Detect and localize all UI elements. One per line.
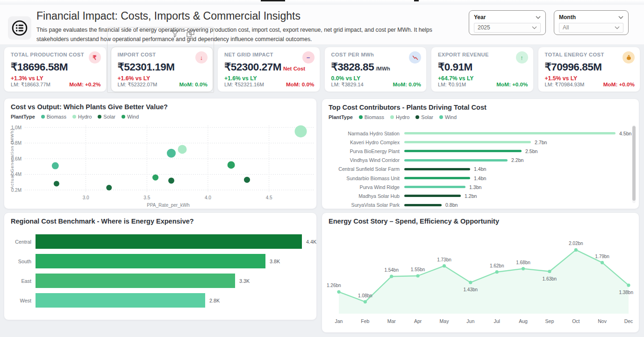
- scatter-point-solar[interactable]: [244, 177, 250, 183]
- regional-bar-south[interactable]: [36, 254, 265, 268]
- regional-chart-card: Regional Cost Benchmark - Where is Energ…: [4, 212, 317, 320]
- line-point-jul[interactable]: [495, 270, 499, 274]
- line-point-nov[interactable]: [601, 261, 604, 264]
- kpi-last-month: LM: ₹52322.07M: [118, 82, 157, 88]
- contrib-label: SuryaVista Solar Park: [329, 202, 404, 208]
- kpi-card-import-cost: IMPORT COST↓₹52301.19M+1.6% vs LYLM: ₹52…: [111, 47, 214, 92]
- scrollbar-track[interactable]: [632, 125, 636, 203]
- kpi-last-month: LM: ₹70984.93M: [545, 82, 585, 88]
- legend-item-biomass[interactable]: Biomass: [359, 114, 384, 120]
- regional-bar-west[interactable]: [36, 293, 205, 308]
- scatter-plot: 1.0M0.8M0.6M0.4M0.2M3.03.54.04.5PPA_Rate…: [7, 125, 315, 210]
- chevron-down-icon: [615, 24, 620, 31]
- line-point-mar[interactable]: [390, 275, 393, 278]
- contrib-value: 4.5bn: [619, 131, 632, 136]
- year-dropdown[interactable]: 2025: [474, 23, 541, 33]
- scatter-point-solar[interactable]: [54, 181, 59, 187]
- legend-item-wind[interactable]: Wind: [122, 114, 139, 119]
- svg-text:3.5: 3.5: [143, 195, 150, 200]
- line-point-jun[interactable]: [469, 281, 472, 284]
- line-point-aug[interactable]: [522, 267, 525, 270]
- svg-text:Dec: Dec: [624, 318, 633, 324]
- contrib-bar-suryavista-solar-park[interactable]: [404, 204, 442, 206]
- scrollbar-thumb[interactable]: [632, 126, 636, 201]
- regional-bar-east[interactable]: [36, 274, 235, 288]
- svg-text:Feb: Feb: [361, 318, 369, 324]
- contrib-label: Vindhya Wind Corridor: [329, 157, 404, 163]
- line-point-may[interactable]: [443, 264, 446, 267]
- svg-text:1.79bn: 1.79bn: [595, 254, 609, 259]
- kpi-title: COST PER MWh: [331, 52, 420, 57]
- svg-text:Mar: Mar: [387, 318, 396, 324]
- svg-text:Jun: Jun: [466, 318, 474, 324]
- kpi-delta-vs-ly: +1.6% vs LY: [224, 75, 313, 82]
- svg-text:1.68bn: 1.68bn: [516, 260, 530, 265]
- kpi-value-suffix: /MWh: [376, 66, 390, 71]
- legend-item-hydro[interactable]: Hydro: [390, 114, 409, 120]
- regional-label: West: [11, 298, 36, 303]
- month-dropdown[interactable]: All: [559, 23, 623, 33]
- scatter-point-solar[interactable]: [106, 185, 112, 190]
- line-point-apr[interactable]: [416, 274, 420, 277]
- contrib-bar-purva-wind-ridge[interactable]: [404, 186, 465, 188]
- regional-bars: Central4.4KSouth3.8KEast3.3KWest2.8K: [11, 234, 312, 313]
- line-point-jan[interactable]: [337, 290, 340, 294]
- kpi-last-month: LM: ₹18663.77M: [11, 82, 50, 88]
- contrib-row-purva-bioenergy-plant: Purva BioEnergy Plant2.5bn: [329, 147, 627, 155]
- kpi-value: ₹18696.58M: [11, 61, 100, 73]
- line-point-dec[interactable]: [627, 284, 630, 287]
- scatter-point-wind[interactable]: [152, 175, 158, 181]
- contrib-bar-kaveri-hydro-complex[interactable]: [404, 141, 531, 143]
- kpi-card-export-revenue: EXPORT REVENUE↑₹0.91M+64.7% vs LYLM: ₹0.…: [431, 47, 534, 92]
- contrib-bar-vindhya-wind-corridor[interactable]: [404, 159, 508, 161]
- page-subtitle: This page evaluates the financial side o…: [36, 26, 439, 44]
- svg-text:1.38bn: 1.38bn: [619, 290, 633, 295]
- contrib-bar-central-sunfield-solar-farm[interactable]: [404, 168, 470, 170]
- report-logo-icon: [8, 16, 31, 40]
- svg-text:4.0: 4.0: [205, 195, 211, 200]
- line-point-sep[interactable]: [548, 270, 551, 273]
- legend-item-solar[interactable]: Solar: [415, 114, 433, 120]
- chevron-down-icon[interactable]: [536, 14, 541, 21]
- kpi-title: TOTAL ENERGY COST: [545, 52, 634, 57]
- scatter-point-wind[interactable]: [228, 161, 235, 168]
- focus-mode-icon[interactable]: [186, 29, 195, 41]
- rupee-icon: ₹: [89, 51, 101, 63]
- kpi-delta-vs-ly: +1.6% vs LY: [118, 75, 207, 82]
- kpi-card-cost-per-mwh: COST PER MWh₹3828.85/MWh0.0% vs LYLM: ₹3…: [324, 47, 427, 92]
- contributors-bars: Narmada Hydro Station4.5bnKaveri Hydro C…: [329, 129, 627, 210]
- scatter-point-biomass[interactable]: [52, 162, 59, 169]
- scatter-point-hydro[interactable]: [295, 125, 307, 137]
- legend-item-wind[interactable]: Wind: [439, 114, 457, 120]
- regional-label: East: [11, 278, 36, 284]
- scatter-chart-card: Cost vs Output: Which Plants Give Better…: [4, 98, 317, 209]
- kpi-mom: MoM: +0.0%: [496, 81, 528, 87]
- legend-item-biomass[interactable]: Biomass: [41, 114, 66, 119]
- contrib-bar-sundarbio-biomass-unit[interactable]: [404, 177, 470, 179]
- svg-text:3.0: 3.0: [83, 195, 89, 200]
- legend-dot: [390, 115, 394, 119]
- legend-item-hydro[interactable]: Hydro: [72, 114, 92, 119]
- legend-title: PlantType: [11, 114, 35, 119]
- svg-text:1.62bn: 1.62bn: [490, 263, 504, 268]
- contrib-row-madhya-solar-hub: Madhya Solar Hub1.2bn: [329, 191, 627, 200]
- regional-value: 2.8K: [209, 298, 220, 303]
- contrib-value: 1.4bn: [474, 166, 487, 172]
- scatter-point-biomass[interactable]: [167, 149, 176, 158]
- regional-bar-central[interactable]: [36, 234, 302, 249]
- filter-icon[interactable]: [170, 29, 180, 41]
- contrib-bar-narmada-hydro-station[interactable]: [404, 132, 615, 134]
- line-point-feb[interactable]: [364, 300, 367, 303]
- chevron-down-icon[interactable]: [618, 14, 623, 21]
- scatter-point-hydro[interactable]: [178, 145, 187, 154]
- arrow-down-icon: ↓: [195, 51, 208, 63]
- contrib-label: Central Sunfield Solar Farm: [329, 166, 404, 172]
- contrib-bar-purva-bioenergy-plant[interactable]: [404, 150, 522, 152]
- regional-row-south: South3.8K: [11, 254, 312, 268]
- contrib-value: 2.5bn: [525, 148, 538, 154]
- scatter-point-solar[interactable]: [168, 177, 174, 183]
- legend-item-solar[interactable]: Solar: [98, 114, 115, 119]
- kpi-title: TOTAL PRODUCTION COST: [11, 52, 100, 57]
- contrib-bar-madhya-solar-hub[interactable]: [404, 195, 461, 197]
- line-point-oct[interactable]: [574, 248, 578, 252]
